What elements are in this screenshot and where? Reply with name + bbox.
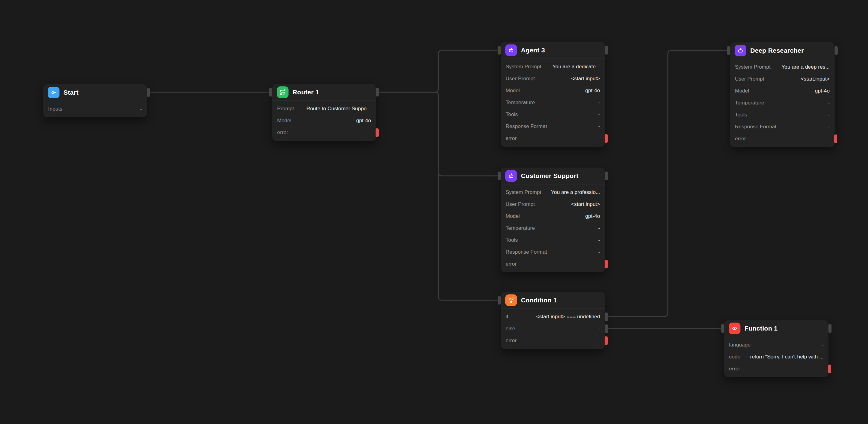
edge-condition1-if-deep-researcher[interactable] — [605, 51, 730, 317]
node-condition1-input-handle[interactable] — [498, 296, 501, 304]
robot-icon — [735, 45, 746, 56]
row-language: language - — [724, 339, 829, 351]
node-title: Function 1 — [744, 325, 778, 332]
node-router1-output-handle[interactable] — [376, 88, 379, 97]
row-response-format: Response Format - — [730, 121, 835, 133]
edge-router1-condition1[interactable] — [376, 92, 501, 300]
node-router1-input-handle[interactable] — [269, 88, 272, 97]
row-temperature: Temperature - — [501, 222, 605, 234]
node-deep-researcher-header[interactable]: Deep Researcher — [730, 42, 835, 59]
node-agent3-header[interactable]: Agent 3 — [501, 42, 605, 59]
node-condition1-header[interactable]: Condition 1 — [501, 292, 605, 308]
row-error: error — [272, 127, 376, 138]
node-title: Router 1 — [292, 89, 319, 96]
row-inputs: Inputs - — [43, 103, 147, 115]
row-temperature: Temperature - — [501, 97, 605, 108]
node-customer-support-output-handle[interactable] — [605, 171, 608, 180]
row-error: error — [501, 334, 605, 347]
code-icon — [729, 323, 740, 334]
row-response-format: Response Format - — [501, 246, 605, 258]
row-model: Model gpt-4o — [730, 85, 835, 97]
error-handle[interactable] — [604, 336, 608, 345]
node-router1-header[interactable]: Router 1 — [272, 84, 376, 100]
condition-else-output-handle[interactable] — [605, 324, 608, 333]
row-else: else - — [501, 323, 605, 334]
row-error: error — [501, 132, 605, 144]
node-deep-researcher[interactable]: Deep Researcher System Prompt You are a … — [730, 42, 835, 147]
row-tools: Tools - — [730, 109, 835, 121]
edge-router1-agent3[interactable] — [376, 50, 501, 92]
row-model: Model gpt-4o — [501, 85, 605, 97]
start-icon — [48, 87, 60, 98]
row-error: error — [724, 363, 829, 375]
node-agent3[interactable]: Agent 3 System Prompt You are a dedicate… — [501, 42, 605, 147]
error-handle[interactable] — [376, 128, 379, 137]
node-customer-support-input-handle[interactable] — [498, 171, 501, 180]
error-handle[interactable] — [604, 134, 608, 143]
node-agent3-input-handle[interactable] — [498, 46, 501, 55]
row-system-prompt: System Prompt You are a professio... — [501, 186, 605, 198]
row-response-format: Response Format - — [501, 121, 605, 132]
condition-if-output-handle[interactable] — [605, 313, 608, 321]
node-start-output-handle[interactable] — [147, 88, 150, 97]
row-tools: Tools - — [501, 234, 605, 246]
node-function1-output-handle[interactable] — [829, 324, 832, 333]
node-deep-researcher-input-handle[interactable] — [727, 46, 730, 55]
node-customer-support-header[interactable]: Customer Support — [501, 168, 605, 184]
row-temperature: Temperature - — [730, 97, 835, 109]
flow-canvas[interactable]: Start Inputs - Router 1 Prompt Route to … — [0, 0, 868, 424]
error-handle[interactable] — [828, 365, 831, 373]
node-function1[interactable]: Function 1 language - code return "Sorry… — [724, 320, 829, 377]
node-condition1[interactable]: Condition 1 if <start.input> === undefin… — [501, 292, 605, 349]
row-prompt: Prompt Route to Customer Suppo... — [272, 103, 376, 115]
node-deep-researcher-output-handle[interactable] — [835, 46, 838, 55]
row-user-prompt: User Prompt <start.input> — [501, 73, 605, 85]
row-code: code return "Sorry, I can't help with ..… — [724, 351, 829, 363]
fork-icon — [505, 294, 517, 306]
node-customer-support[interactable]: Customer Support System Prompt You are a… — [501, 168, 605, 272]
robot-icon — [505, 44, 517, 56]
row-user-prompt: User Prompt <start.input> — [730, 73, 835, 85]
node-title: Agent 3 — [521, 46, 545, 54]
route-icon — [277, 87, 288, 98]
row-error: error — [501, 258, 605, 270]
row-model: Model gpt-4o — [272, 115, 376, 127]
node-agent3-output-handle[interactable] — [605, 46, 608, 55]
row-model: Model gpt-4o — [501, 210, 605, 222]
error-handle[interactable] — [604, 260, 608, 268]
node-title: Deep Researcher — [750, 47, 804, 54]
row-tools: Tools - — [501, 108, 605, 121]
node-title: Customer Support — [521, 172, 579, 180]
row-if: if <start.input> === undefined — [501, 311, 605, 323]
row-error: error — [730, 133, 835, 144]
robot-icon — [505, 170, 517, 182]
node-function1-input-handle[interactable] — [721, 324, 724, 333]
node-title: Start — [63, 89, 79, 96]
row-system-prompt: System Prompt You are a dedicate... — [501, 61, 605, 73]
error-handle[interactable] — [834, 134, 837, 143]
node-start-header[interactable]: Start — [43, 84, 147, 101]
node-function1-header[interactable]: Function 1 — [724, 320, 829, 337]
node-start[interactable]: Start Inputs - — [43, 84, 147, 117]
node-router1[interactable]: Router 1 Prompt Route to Customer Suppo.… — [272, 84, 376, 141]
row-system-prompt: System Prompt You are a deep res... — [730, 61, 835, 73]
node-title: Condition 1 — [521, 297, 557, 304]
row-user-prompt: User Prompt <start.input> — [501, 198, 605, 210]
